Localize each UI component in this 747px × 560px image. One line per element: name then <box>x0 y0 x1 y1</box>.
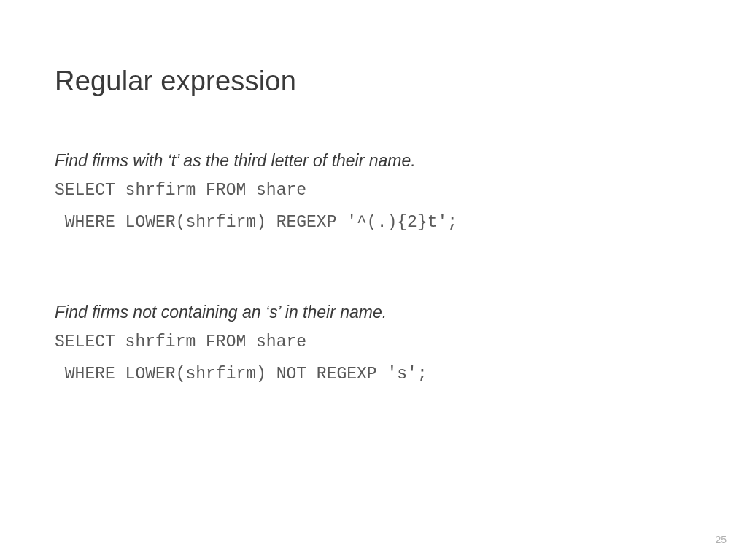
page-number: 25 <box>715 534 727 545</box>
sql-code-line: SELECT shrfirm FROM share <box>55 178 692 204</box>
example-description: Find firms with ‘t’ as the third letter … <box>55 149 692 172</box>
sql-code-line: WHERE LOWER(shrfirm) NOT REGEXP 's'; <box>55 362 692 388</box>
sql-code-line: WHERE LOWER(shrfirm) REGEXP '^(.){2}t'; <box>55 210 692 236</box>
example-description: Find firms not containing an ‘s’ in thei… <box>55 301 692 324</box>
sql-code-line: SELECT shrfirm FROM share <box>55 330 692 356</box>
example-block-2: Find firms not containing an ‘s’ in thei… <box>55 301 692 387</box>
example-block-1: Find firms with ‘t’ as the third letter … <box>55 149 692 236</box>
slide-title: Regular expression <box>55 66 692 97</box>
spacer <box>55 241 692 301</box>
